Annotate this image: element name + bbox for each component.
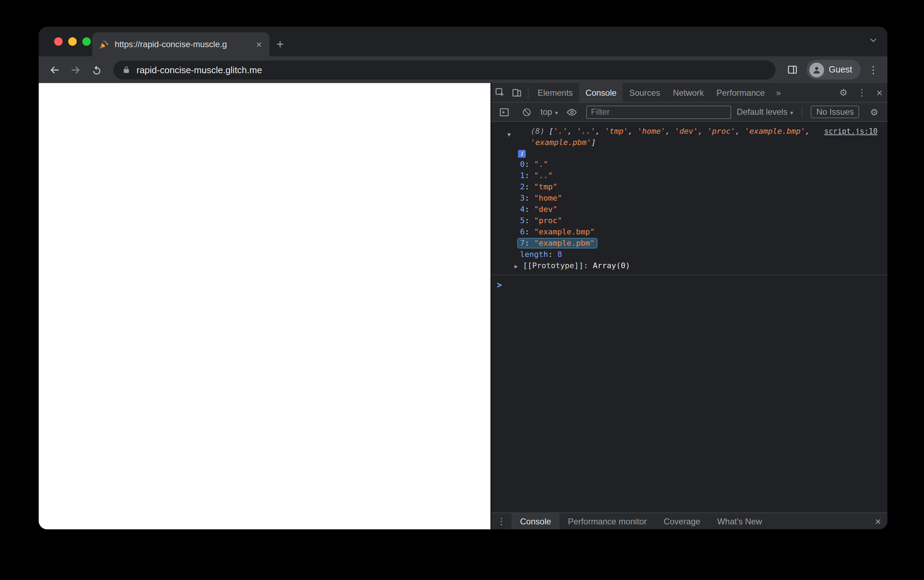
- array-preview-line: ▼ (8)['.', '..', 'tmp', 'home', 'dev', '…: [491, 126, 876, 148]
- preview-item: 'example.bmp': [745, 127, 805, 136]
- side-panel-icon[interactable]: [782, 60, 802, 79]
- traffic-light-minimize[interactable]: [68, 37, 77, 46]
- log-levels-selector[interactable]: Default levels ▾: [737, 107, 793, 117]
- drawer-tab-performance-monitor[interactable]: Performance monitor: [559, 513, 655, 529]
- browser-tab[interactable]: https://rapid-concise-muscle.g ×: [92, 32, 270, 56]
- preview-item: 'tmp': [605, 127, 628, 136]
- devtools-tab-elements[interactable]: Elements: [531, 83, 579, 102]
- back-button[interactable]: [44, 60, 64, 79]
- devtools-settings-gear-icon[interactable]: ⚙: [834, 87, 852, 98]
- tab-search-chevron-icon[interactable]: [869, 36, 878, 44]
- array-entries: 0: "."1: ".."2: "tmp"3: "home"4: "dev"5:…: [491, 159, 876, 249]
- console-array-entry: 4: "dev": [491, 204, 876, 215]
- collapsed-triangle-icon[interactable]: ▶: [515, 261, 523, 272]
- devtools-close-icon[interactable]: ×: [871, 87, 888, 99]
- devtools-toolbar: ElementsConsoleSourcesNetworkPerformance…: [491, 83, 888, 103]
- console-array-entry: 5: "proc": [491, 215, 876, 227]
- browser-window: https://rapid-concise-muscle.g × +: [39, 27, 888, 529]
- traffic-light-close[interactable]: [54, 37, 62, 46]
- console-array-entry: 3: "home": [491, 193, 876, 204]
- guest-avatar-icon: [809, 62, 824, 77]
- source-location-link[interactable]: script.js:10: [824, 127, 878, 135]
- info-icon[interactable]: i: [518, 150, 526, 158]
- filter-input[interactable]: [586, 105, 731, 119]
- issues-counter[interactable]: No Issues: [811, 105, 860, 118]
- clear-console-icon[interactable]: [518, 104, 535, 120]
- chevron-down-icon: ▾: [555, 109, 558, 116]
- entry-value: "tmp": [534, 182, 557, 191]
- drawer-tab-console[interactable]: Console: [511, 513, 559, 529]
- console-settings-gear-icon[interactable]: ⚙: [865, 107, 883, 117]
- console-output: script.js:10 ▼ (8)['.', '..', 'tmp', 'ho…: [491, 122, 888, 512]
- console-array-entry: 1: "..": [491, 170, 876, 181]
- drawer-tabs: ConsolePerformance monitorCoverageWhat's…: [511, 513, 771, 529]
- new-tab-button[interactable]: +: [270, 32, 291, 56]
- live-expression-eye-icon[interactable]: [563, 104, 580, 120]
- devtools-toolbar-right: ⚙ ⋮ ×: [834, 87, 888, 99]
- profile-button[interactable]: Guest: [806, 60, 861, 79]
- page-viewport: [39, 83, 490, 529]
- desktop: https://rapid-concise-muscle.g × +: [0, 0, 924, 580]
- drawer-tab-coverage[interactable]: Coverage: [655, 513, 709, 529]
- entry-index: 4: [520, 205, 524, 214]
- console-array-entry: 6: "example.bmp": [491, 227, 876, 238]
- more-tabs-icon[interactable]: »: [771, 87, 786, 97]
- console-array-entry: 7: "example.pbm": [491, 238, 876, 249]
- entry-value: "proc": [534, 216, 562, 225]
- entry-index: 0: [520, 160, 524, 169]
- devtools-drawer: ⋮ ConsolePerformance monitorCoverageWhat…: [491, 512, 888, 529]
- preview-item: '..': [577, 127, 595, 136]
- tab-close-icon[interactable]: ×: [255, 40, 263, 49]
- entry-index: 5: [520, 216, 524, 225]
- info-line: i: [491, 148, 876, 159]
- reload-button[interactable]: [87, 60, 106, 79]
- console-array-entry: 2: "tmp": [491, 181, 876, 193]
- lock-icon: [122, 66, 130, 74]
- console-prompt[interactable]: >: [491, 275, 888, 292]
- length-key: length: [520, 250, 548, 259]
- prototype-row[interactable]: ▶[[Prototype]]: Array(0): [491, 260, 876, 272]
- browser-menu-icon[interactable]: ⋮: [865, 60, 882, 79]
- tab-title: https://rapid-concise-muscle.g: [115, 40, 249, 49]
- browser-toolbar: rapid-concise-muscle.glitch.me Guest ⋮: [39, 56, 888, 83]
- profile-label: Guest: [829, 65, 852, 75]
- prototype-value: Array(0): [593, 261, 630, 270]
- highlighted-array-entry[interactable]: 7: "example.pbm": [518, 239, 597, 248]
- drawer-menu-icon[interactable]: ⋮: [491, 516, 511, 527]
- context-selector[interactable]: top ▾: [541, 107, 558, 117]
- url-bar[interactable]: rapid-concise-muscle.glitch.me: [113, 60, 775, 79]
- party-popper-favicon-icon: [99, 39, 109, 49]
- drawer-close-icon[interactable]: ×: [868, 515, 888, 527]
- preview-item: '.': [554, 127, 567, 136]
- forward-button[interactable]: [66, 60, 85, 79]
- entry-index: 2: [520, 182, 524, 191]
- devtools-tab-network[interactable]: Network: [666, 83, 710, 102]
- array-preview-items: ['.', '..', 'tmp', 'home', 'dev', 'proc'…: [531, 127, 810, 147]
- traffic-light-zoom[interactable]: [82, 37, 91, 46]
- devtools-tab-console[interactable]: Console: [579, 83, 623, 102]
- context-label: top: [541, 107, 552, 117]
- log-levels-label: Default levels: [737, 107, 788, 117]
- url-text: rapid-concise-muscle.glitch.me: [136, 64, 262, 75]
- devtools-tab-sources[interactable]: Sources: [623, 83, 666, 102]
- entry-value: "example.pbm": [534, 239, 595, 248]
- entry-value: "dev": [534, 205, 557, 214]
- devtools-menu-icon[interactable]: ⋮: [852, 87, 871, 98]
- toolbar-separator: [528, 87, 528, 98]
- prompt-chevron-icon: >: [497, 280, 502, 290]
- array-length-row: length: 8: [491, 249, 876, 260]
- length-value: 8: [557, 250, 562, 259]
- console-sidebar-icon[interactable]: [495, 104, 512, 120]
- entry-value: "..": [534, 171, 553, 180]
- preview-item: 'dev': [675, 127, 698, 136]
- entry-value: "home": [534, 194, 562, 203]
- device-toolbar-icon[interactable]: [508, 84, 525, 101]
- array-length-badge: (8): [531, 127, 545, 136]
- window-controls: [54, 37, 91, 46]
- expanded-triangle-icon[interactable]: ▼: [507, 130, 511, 141]
- prototype-label: [[Prototype]]: [523, 261, 584, 270]
- drawer-tab-what-s-new[interactable]: What's New: [709, 513, 770, 529]
- inspect-element-icon[interactable]: [491, 84, 508, 101]
- devtools-tab-performance[interactable]: Performance: [710, 83, 771, 102]
- console-array-entry: 0: ".": [491, 159, 876, 170]
